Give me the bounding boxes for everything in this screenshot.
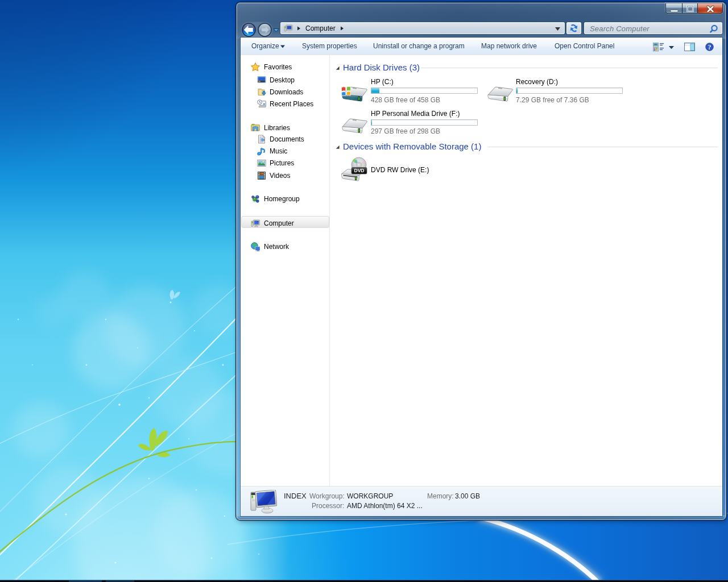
svg-text:?: ?	[708, 43, 712, 51]
svg-text:DVD: DVD	[354, 168, 364, 173]
